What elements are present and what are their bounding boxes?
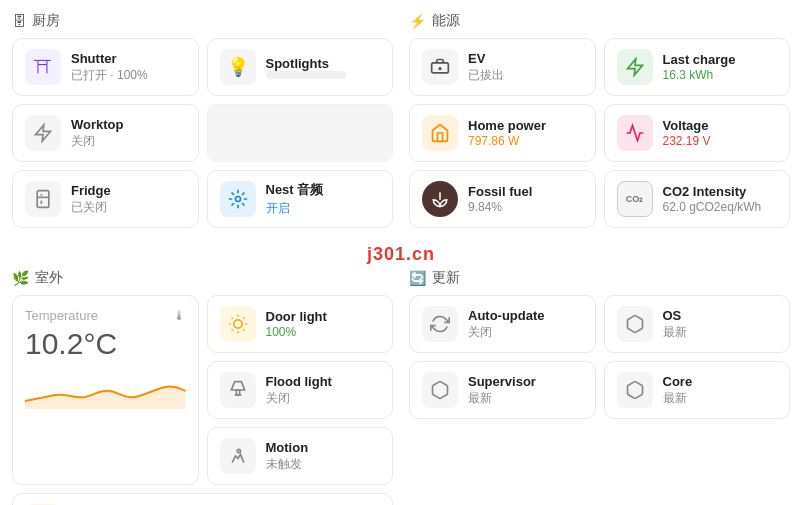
core-text: Core 最新 [663,374,693,407]
homepower-name: Home power [468,118,546,133]
supervisor-card[interactable]: Supervisor 最新 [409,361,596,419]
os-card[interactable]: OS 最新 [604,295,791,353]
svg-line-15 [243,329,244,330]
autoupdate-icon [422,306,458,342]
core-card[interactable]: Core 最新 [604,361,791,419]
os-name: OS [663,308,687,323]
worktop-icon [25,115,61,151]
shutter-card[interactable]: ⛩ Shutter 已打开 · 100% [12,38,199,96]
svg-line-18 [231,329,232,330]
homepower-icon [422,115,458,151]
lastcharge-name: Last charge [663,52,736,67]
svg-point-11 [233,320,241,328]
fridge-card[interactable]: Fridge 已关闭 [12,170,199,228]
core-icon [617,372,653,408]
worktop-text: Worktop 关闭 [71,117,123,150]
fridge-name: Fridge [71,183,111,198]
voltage-status: 232.19 V [663,134,711,148]
energy-cards: EV 已拔出 Last charge 16.3 kWh [409,38,790,228]
supervisor-name: Supervisor [468,374,536,389]
outdoor-icon: 🌿 [12,270,29,286]
voltage-card[interactable]: Voltage 232.19 V [604,104,791,162]
autoupdate-status: 关闭 [468,324,545,341]
doorlight-name: Door light [266,309,327,324]
lastcharge-card[interactable]: Last charge 16.3 kWh [604,38,791,96]
svg-point-22 [237,449,240,452]
co2-text: CO2 Intensity 62.0 gCO2eq/kWh [663,184,762,214]
floodlight-status: 关闭 [266,390,332,407]
homepower-card[interactable]: Home power 797.86 W [409,104,596,162]
supervisor-status: 最新 [468,390,536,407]
voltage-name: Voltage [663,118,711,133]
co2-card[interactable]: CO₂ CO2 Intensity 62.0 gCO2eq/kWh [604,170,791,228]
doorlight-icon [220,306,256,342]
blank-card [207,104,394,162]
illuminance-row: Illuminance 555 lx [12,493,393,505]
shutter-name: Shutter [71,51,148,66]
illuminance-card[interactable]: Illuminance 555 lx [12,493,393,505]
kitchen-icon: 🗄 [12,13,26,29]
fossil-name: Fossil fuel [468,184,532,199]
doorlight-status: 100% [266,325,327,339]
outdoor-right-cards: Door light 100% Flood light 关闭 [207,295,394,485]
outdoor-label: 室外 [35,269,63,287]
svg-rect-1 [37,191,49,208]
floodlight-card[interactable]: Flood light 关闭 [207,361,394,419]
supervisor-text: Supervisor 最新 [468,374,536,407]
homepower-text: Home power 797.86 W [468,118,546,148]
floodlight-text: Flood light 关闭 [266,374,332,407]
motion-status: 未触发 [266,456,309,473]
updates-header: 🔄 更新 [409,269,790,287]
kitchen-label: 厨房 [32,12,60,30]
updates-cards: Auto-update 关闭 OS 最新 Sup [409,295,790,419]
watermark: j301.cn [12,240,790,269]
outdoor-header: 🌿 室外 [12,269,393,287]
fossil-card[interactable]: Fossil fuel 9.84% [409,170,596,228]
ev-card[interactable]: EV 已拔出 [409,38,596,96]
lastcharge-icon [617,49,653,85]
floodlight-name: Flood light [266,374,332,389]
svg-point-5 [235,197,240,202]
os-text: OS 最新 [663,308,687,341]
doorlight-text: Door light 100% [266,309,327,339]
motion-icon [220,438,256,474]
nest-status: 开启 [266,200,324,217]
autoupdate-text: Auto-update 关闭 [468,308,545,341]
nest-card[interactable]: Nest 音频 开启 [207,170,394,228]
fossil-status: 9.84% [468,200,532,214]
sparkline [25,369,186,412]
autoupdate-name: Auto-update [468,308,545,323]
kitchen-cards: ⛩ Shutter 已打开 · 100% 💡 Spotlights [12,38,393,228]
fossil-icon [422,181,458,217]
energy-header: ⚡ 能源 [409,12,790,30]
co2-name: CO2 Intensity [663,184,762,199]
lastcharge-status: 16.3 kWh [663,68,736,82]
temperature-card: Temperature 🌡 10.2°C [12,295,199,485]
motion-card[interactable]: Motion 未触发 [207,427,394,485]
supervisor-icon [422,372,458,408]
shutter-text: Shutter 已打开 · 100% [71,51,148,84]
ev-name: EV [468,51,504,66]
ev-icon [422,49,458,85]
shutter-status: 已打开 · 100% [71,67,148,84]
worktop-card[interactable]: Worktop 关闭 [12,104,199,162]
updates-icon: 🔄 [409,270,426,286]
autoupdate-card[interactable]: Auto-update 关闭 [409,295,596,353]
spotlights-card[interactable]: 💡 Spotlights [207,38,394,96]
outdoor-grid: Temperature 🌡 10.2°C [12,295,393,485]
svg-line-19 [243,318,244,319]
updates-section: 🔄 更新 Auto-update 关闭 OS [409,269,790,505]
kitchen-header: 🗄 厨房 [12,12,393,30]
doorlight-card[interactable]: Door light 100% [207,295,394,353]
fridge-icon [25,181,61,217]
updates-label: 更新 [432,269,460,287]
nest-icon [220,181,256,217]
worktop-name: Worktop [71,117,123,132]
spotlights-name: Spotlights [266,56,346,71]
os-icon [617,306,653,342]
spotlights-loading [266,71,346,79]
fridge-status: 已关闭 [71,199,111,216]
shutter-icon: ⛩ [25,49,61,85]
energy-section: ⚡ 能源 EV 已拔出 Last charge [409,12,790,228]
nest-name: Nest 音频 [266,181,324,199]
